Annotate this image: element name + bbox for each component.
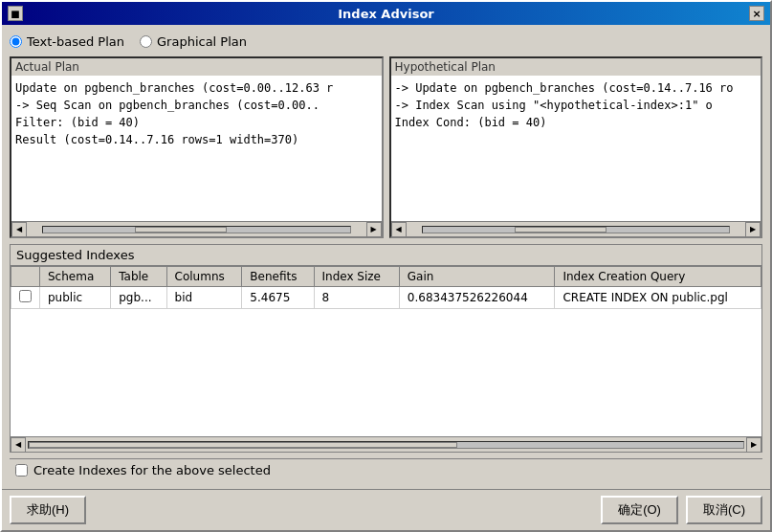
suggested-indexes-table: Schema Table Columns Benefits Index Size… bbox=[11, 266, 761, 309]
row-checkbox[interactable] bbox=[19, 290, 32, 302]
create-indexes-row: Create Indexes for the above selected bbox=[10, 458, 762, 481]
text-based-plan-option[interactable]: Text-based Plan bbox=[10, 34, 124, 49]
hypothetical-plan-panel: Hypothetical Plan -> Update on pgbench_b… bbox=[389, 56, 763, 238]
table-scroll-left[interactable]: ◀ bbox=[11, 437, 26, 453]
actual-plan-content: Update on pgbench_branches (cost=0.00..1… bbox=[11, 76, 382, 221]
suggested-indexes-table-wrap: Schema Table Columns Benefits Index Size… bbox=[11, 266, 761, 436]
col-index-size: Index Size bbox=[314, 267, 399, 287]
table-thumb[interactable] bbox=[29, 442, 457, 448]
actual-plan-panel: Actual Plan Update on pgbench_branches (… bbox=[10, 56, 384, 238]
actual-plan-track[interactable] bbox=[42, 226, 351, 233]
row-index-size: 8 bbox=[314, 287, 399, 309]
suggested-indexes-section: Suggested Indexes Schema Table Columns B… bbox=[10, 244, 762, 453]
row-schema: public bbox=[40, 287, 111, 309]
table-scrollbar[interactable]: ◀ ▶ bbox=[11, 436, 761, 452]
close-button[interactable]: × bbox=[749, 6, 764, 21]
help-button[interactable]: 求助(H) bbox=[10, 496, 86, 524]
create-indexes-label: Create Indexes for the above selected bbox=[33, 463, 271, 477]
right-buttons: 确定(O) 取消(C) bbox=[601, 496, 762, 524]
col-schema: Schema bbox=[40, 267, 111, 287]
hypo-plan-track[interactable] bbox=[422, 226, 731, 233]
hypothetical-plan-label: Hypothetical Plan bbox=[391, 58, 761, 76]
col-query: Index Creation Query bbox=[555, 267, 761, 287]
hypo-plan-line-2: -> Index Scan using "<hypothetical-index… bbox=[395, 97, 758, 114]
hypothetical-plan-content: -> Update on pgbench_branches (cost=0.14… bbox=[391, 76, 761, 221]
hypo-plan-line-1: -> Update on pgbench_branches (cost=0.14… bbox=[395, 79, 758, 97]
table-scroll-right[interactable]: ▶ bbox=[746, 437, 761, 453]
table-track[interactable] bbox=[28, 441, 744, 449]
hypo-plan-scroll-right[interactable]: ▶ bbox=[745, 222, 761, 237]
bottom-buttons-bar: 求助(H) 确定(O) 取消(C) bbox=[2, 489, 770, 530]
text-based-plan-radio[interactable] bbox=[10, 35, 22, 48]
hypo-plan-thumb[interactable] bbox=[515, 227, 607, 233]
title-bar: ■ Index Advisor × bbox=[2, 2, 770, 25]
graphical-plan-radio[interactable] bbox=[140, 35, 152, 48]
col-columns: Columns bbox=[166, 267, 242, 287]
row-columns: bid bbox=[166, 287, 242, 309]
actual-plan-content-wrap: Update on pgbench_branches (cost=0.00..1… bbox=[11, 76, 382, 236]
actual-plan-thumb[interactable] bbox=[135, 227, 227, 233]
actual-plan-label: Actual Plan bbox=[11, 58, 382, 76]
text-based-plan-label: Text-based Plan bbox=[27, 34, 124, 49]
table-header-row: Schema Table Columns Benefits Index Size… bbox=[11, 267, 761, 287]
plans-container: Actual Plan Update on pgbench_branches (… bbox=[10, 56, 762, 238]
plan-type-selector: Text-based Plan Graphical Plan bbox=[10, 33, 762, 51]
row-table: pgb... bbox=[111, 287, 166, 309]
suggested-indexes-title: Suggested Indexes bbox=[11, 245, 761, 266]
actual-plan-scrollbar[interactable]: ◀ ▶ bbox=[11, 221, 382, 236]
col-gain: Gain bbox=[399, 267, 555, 287]
hypo-plan-scrollbar[interactable]: ◀ ▶ bbox=[391, 221, 761, 236]
hypo-plan-line-3: Index Cond: (bid = 40) bbox=[395, 114, 758, 131]
hypothetical-plan-content-wrap: -> Update on pgbench_branches (cost=0.14… bbox=[391, 76, 761, 236]
actual-plan-line-2: -> Seq Scan on pgbench_branches (cost=0.… bbox=[15, 97, 378, 114]
actual-plan-line-3: Filter: (bid = 40) bbox=[15, 114, 378, 131]
main-content: Text-based Plan Graphical Plan Actual Pl… bbox=[2, 25, 770, 489]
table-row: public pgb... bid 5.4675 8 0.68343752622… bbox=[11, 287, 761, 309]
hypo-plan-scroll-left[interactable]: ◀ bbox=[391, 222, 407, 237]
row-benefits: 5.4675 bbox=[242, 287, 314, 309]
app-icon: ■ bbox=[8, 6, 23, 21]
ok-button[interactable]: 确定(O) bbox=[601, 496, 678, 524]
window-title: Index Advisor bbox=[23, 7, 749, 21]
actual-plan-line-1: Update on pgbench_branches (cost=0.00..1… bbox=[15, 79, 378, 97]
actual-plan-line-4: Result (cost=0.14..7.16 rows=1 width=370… bbox=[15, 131, 378, 148]
col-benefits: Benefits bbox=[242, 267, 314, 287]
graphical-plan-option[interactable]: Graphical Plan bbox=[140, 34, 247, 49]
col-table: Table bbox=[111, 267, 166, 287]
index-advisor-dialog: ■ Index Advisor × Text-based Plan Graphi… bbox=[0, 0, 772, 532]
cancel-button[interactable]: 取消(C) bbox=[686, 496, 762, 524]
row-checkbox-cell[interactable] bbox=[11, 287, 40, 309]
create-indexes-checkbox[interactable] bbox=[15, 464, 28, 477]
row-gain: 0.683437526226044 bbox=[399, 287, 555, 309]
graphical-plan-label: Graphical Plan bbox=[157, 34, 247, 49]
actual-plan-scroll-left[interactable]: ◀ bbox=[11, 222, 27, 237]
actual-plan-scroll-right[interactable]: ▶ bbox=[366, 222, 382, 237]
col-checkbox bbox=[11, 267, 40, 287]
row-query: CREATE INDEX ON public.pgl bbox=[555, 287, 761, 309]
